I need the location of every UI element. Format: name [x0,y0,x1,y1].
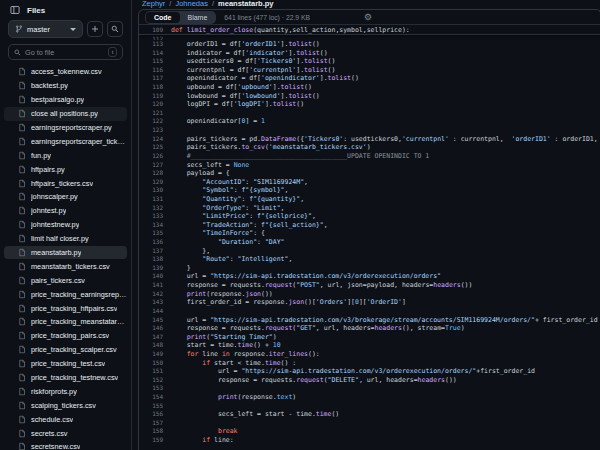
file-item[interactable]: johntest.py [4,204,127,218]
line-number[interactable]: 144 [139,307,171,316]
line-number[interactable]: 140 [139,272,171,281]
file-item[interactable]: access_tokennew.csv [4,65,127,79]
file-item[interactable]: scalping_tickers.csv [4,398,127,412]
file-item[interactable]: price_tracking_earningsreportsc... [4,287,127,301]
file-item[interactable]: close all positions.py [4,107,127,121]
file-item[interactable]: price_tracking_test.csv [4,357,127,371]
line-number[interactable]: 157 [139,419,171,428]
file-item[interactable]: meanstatarb_tickers.csv [4,259,127,273]
new-file-button[interactable] [87,21,103,37]
file-item[interactable]: johntestnew.py [4,218,127,232]
breadcrumb-repo-link[interactable]: Zephyr [142,0,165,8]
line-number[interactable]: 153 [139,384,171,393]
line-number[interactable]: 147 [139,333,171,342]
file-item[interactable]: hftpairs.py [4,162,127,176]
tab-blame[interactable]: Blame [180,12,216,23]
file-item[interactable]: johnscalper.py [4,190,127,204]
file-icon [18,109,26,118]
file-icon [18,276,26,285]
line-number[interactable]: 117 [139,74,171,83]
line-number[interactable]: 152 [139,376,171,385]
line-number[interactable]: 158 [139,427,171,436]
go-to-file-input[interactable]: Go to file t [8,44,123,60]
line-number[interactable]: 156 [139,410,171,419]
line-number[interactable]: 149 [139,350,171,359]
file-item[interactable]: riskforprots.py [4,384,127,398]
line-number[interactable]: 143 [139,298,171,307]
search-tree-button[interactable] [107,21,123,37]
file-name: hftpairs.py [31,165,65,174]
code-line: 133 "LimitPrice": f"{sellprice}", [139,212,600,221]
file-item[interactable]: pairs_tickers.csv [4,273,127,287]
line-number[interactable]: 118 [139,83,171,92]
line-number[interactable]: 151 [139,367,171,376]
file-item[interactable]: hftpairs_tickers.csv [4,176,127,190]
line-number[interactable]: 155 [139,402,171,411]
line-number[interactable]: 119 [139,92,171,101]
file-item[interactable]: price_tracking_scalper.csv [4,343,127,357]
line-number[interactable]: 154 [139,393,171,402]
tab-code[interactable]: Code [146,12,180,23]
line-number[interactable]: 137 [139,247,171,256]
file-item[interactable]: price_tracking_hftpairs.csv [4,301,127,315]
file-icon [18,317,26,326]
line-number[interactable]: 139 [139,264,171,273]
file-item[interactable]: fun.py [4,148,127,162]
file-item[interactable]: schedule.csv [4,412,127,426]
file-item[interactable]: earningsreportscraper_tickers.csv [4,134,127,148]
line-number[interactable]: 130 [139,186,171,195]
code-settings-gear-icon[interactable]: ⚙ [364,13,372,22]
line-number[interactable]: 109 [139,25,171,34]
line-number[interactable]: 132 [139,204,171,213]
code-line: 157 [139,419,600,428]
file-item[interactable]: limit half closer.py [4,232,127,246]
line-number[interactable]: 145 [139,316,171,325]
line-number[interactable]: 159 [139,436,171,445]
line-number[interactable]: 131 [139,195,171,204]
line-number[interactable]: 133 [139,212,171,221]
line-number[interactable]: 148 [139,341,171,350]
line-number[interactable]: 128 [139,169,171,178]
line-number[interactable]: 123 [139,126,171,135]
line-number[interactable]: 136 [139,238,171,247]
file-icon [18,67,26,76]
code-text: "TimeInForce": { [171,229,600,238]
breadcrumb-folder-link[interactable]: Johnedas [175,0,208,8]
line-number[interactable]: 125 [139,143,171,152]
file-item[interactable]: price_tracking_meanstatarb.csv [4,315,127,329]
line-number[interactable]: 134 [139,221,171,230]
line-number[interactable]: 129 [139,178,171,187]
file-name: price_tracking_test.csv [31,359,105,368]
line-number[interactable]: 113 [139,40,171,49]
line-number[interactable]: 115 [139,57,171,66]
file-icon [18,429,26,438]
line-number[interactable]: 116 [139,66,171,75]
file-item[interactable]: backtest.py [4,79,127,93]
file-item[interactable]: secrets.csv [4,426,127,440]
file-item[interactable]: price_tracking_testnew.csv [4,371,127,385]
line-number[interactable]: 142 [139,290,171,299]
line-number[interactable]: 126 [139,152,171,161]
file-item[interactable]: secretsnew.csv [4,440,127,450]
file-item[interactable]: earningsreportscraper.py [4,121,127,135]
line-number[interactable]: 122 [139,117,171,126]
line-number[interactable]: 127 [139,161,171,170]
line-number[interactable]: 150 [139,359,171,368]
line-number[interactable]: 124 [139,135,171,144]
file-item[interactable]: price_tracking_pairs.csv [4,329,127,343]
file-icon [18,220,26,229]
sidebar-panel-icon[interactable] [10,5,20,15]
code-text: print(response.json()) [171,290,600,299]
line-number[interactable]: 138 [139,255,171,264]
file-item[interactable]: bestpairsalgo.py [4,93,127,107]
line-number[interactable]: 120 [139,100,171,109]
file-item[interactable]: meanstatarb.py [4,246,127,260]
code-line: 150 if start < time.time() : [139,359,600,368]
branch-selector[interactable]: master [8,20,83,38]
line-number[interactable]: 114 [139,49,171,58]
line-number[interactable]: 146 [139,324,171,333]
line-number[interactable]: 121 [139,109,171,118]
line-number[interactable]: 141 [139,281,171,290]
line-number[interactable]: 135 [139,229,171,238]
code-text: payload = { [171,169,600,178]
